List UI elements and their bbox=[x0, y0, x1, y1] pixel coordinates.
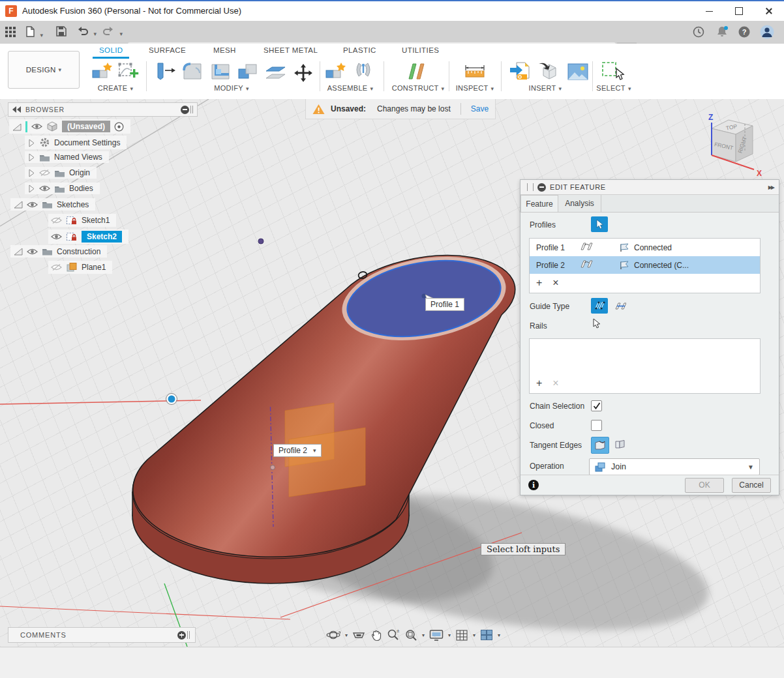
expander-collapsed-icon[interactable] bbox=[27, 138, 35, 147]
remove-profile-button[interactable]: × bbox=[552, 277, 558, 289]
selected-base-point[interactable] bbox=[168, 395, 176, 404]
visibility-eye-icon[interactable] bbox=[27, 201, 38, 209]
tree-label[interactable]: Plane1 bbox=[82, 263, 106, 272]
remove-rail-button[interactable]: × bbox=[552, 377, 558, 389]
sketch-point[interactable] bbox=[258, 239, 264, 244]
viewports-icon[interactable] bbox=[480, 629, 493, 641]
tree-label[interactable]: Bodies bbox=[69, 184, 93, 193]
rails-select-cursor-icon[interactable] bbox=[592, 318, 601, 331]
comments-drag-handle[interactable] bbox=[187, 631, 188, 639]
tree-label-unsaved[interactable]: (Unsaved) bbox=[62, 121, 110, 132]
group-inspect-label[interactable]: INSPECT bbox=[451, 84, 498, 92]
look-at-icon[interactable] bbox=[352, 629, 365, 641]
tree-label[interactable]: Origin bbox=[69, 168, 90, 177]
group-insert-label[interactable]: INSERT bbox=[522, 84, 569, 92]
grid-settings-icon[interactable] bbox=[455, 629, 468, 641]
tree-row-sketches[interactable]: Sketches bbox=[10, 198, 95, 211]
browser-drag-handle2[interactable] bbox=[192, 106, 193, 113]
tree-row-origin[interactable]: Origin bbox=[25, 167, 97, 179]
cancel-button[interactable]: Cancel bbox=[732, 478, 771, 493]
create-form-icon[interactable] bbox=[91, 61, 113, 85]
dialog-tab-feature[interactable]: Feature bbox=[520, 195, 558, 212]
tree-label[interactable]: Sketches bbox=[57, 200, 89, 209]
insert-svg-icon[interactable] bbox=[509, 61, 532, 85]
viewports-caret[interactable]: ▾ bbox=[498, 632, 500, 638]
guide-type-rails-button[interactable] bbox=[591, 298, 608, 314]
group-select-label[interactable]: SELECT bbox=[591, 84, 637, 92]
visibility-eye-icon[interactable] bbox=[27, 248, 38, 256]
construct-plane-icon[interactable] bbox=[404, 61, 428, 85]
dialog-collapse-icon[interactable] bbox=[537, 183, 546, 192]
expander-collapsed-icon[interactable] bbox=[27, 153, 35, 162]
tab-surface[interactable]: SURFACE bbox=[149, 46, 186, 54]
visibility-eye-icon[interactable] bbox=[39, 184, 50, 192]
operation-caret-icon[interactable]: ▼ bbox=[747, 464, 754, 471]
tree-row-plane1[interactable]: Plane1 bbox=[48, 261, 112, 274]
undo-icon[interactable] bbox=[77, 26, 97, 38]
combine-icon[interactable] bbox=[236, 61, 261, 85]
press-pull-icon[interactable] bbox=[154, 61, 179, 85]
fit-icon[interactable] bbox=[404, 628, 417, 641]
closed-checkbox[interactable] bbox=[591, 420, 602, 431]
notification-bell-icon[interactable] bbox=[716, 25, 729, 41]
user-avatar[interactable] bbox=[760, 25, 774, 42]
tab-sheet-metal[interactable]: SHEET METAL bbox=[264, 46, 318, 54]
dialog-tab-analysis[interactable]: Analysis bbox=[558, 195, 601, 212]
add-rail-button[interactable]: + bbox=[536, 377, 542, 389]
select-icon[interactable] bbox=[601, 61, 627, 85]
operation-dropdown[interactable]: Join ▼ bbox=[589, 458, 760, 475]
browser-drag-handle[interactable] bbox=[190, 106, 191, 113]
fillet-icon[interactable] bbox=[181, 61, 206, 85]
profile-flip-icon[interactable] bbox=[579, 241, 596, 254]
tree-label-sketch2-selected[interactable]: Sketch2 bbox=[82, 231, 122, 243]
tab-mesh[interactable]: MESH bbox=[213, 46, 236, 54]
expander-expanded-icon[interactable] bbox=[12, 122, 22, 132]
create-sketch-icon[interactable] bbox=[117, 61, 140, 85]
measure-icon[interactable] bbox=[463, 61, 487, 85]
move-icon[interactable] bbox=[292, 63, 314, 85]
clock-icon[interactable] bbox=[693, 26, 704, 40]
tangent-sharp-button[interactable] bbox=[612, 437, 629, 452]
viewcube[interactable]: TOP FRONT RIGHT Z X bbox=[697, 110, 767, 183]
save-link[interactable]: Save bbox=[471, 104, 489, 113]
browser-header[interactable]: BROWSER bbox=[8, 102, 198, 117]
minimize-button[interactable] bbox=[694, 1, 724, 21]
profile2-origin-point[interactable] bbox=[271, 465, 275, 470]
tab-plastic[interactable]: PLASTIC bbox=[343, 46, 376, 54]
dialog-drag-handle2[interactable] bbox=[533, 183, 534, 191]
close-button[interactable] bbox=[754, 1, 784, 21]
group-construct-label[interactable]: CONSTRUCT bbox=[390, 84, 446, 92]
browser-collapse-icon[interactable] bbox=[181, 106, 189, 114]
dialog-dock-icon[interactable]: ▶▶ bbox=[768, 184, 774, 190]
expander-collapsed-icon[interactable] bbox=[27, 184, 35, 193]
activate-target-icon[interactable] bbox=[114, 122, 124, 132]
tree-row-sketch1[interactable]: Sketch1 bbox=[48, 214, 116, 227]
grid-caret[interactable]: ▾ bbox=[473, 632, 475, 638]
redo-icon[interactable] bbox=[103, 26, 123, 38]
visibility-eye-icon[interactable] bbox=[31, 123, 42, 130]
expander-expanded-icon[interactable] bbox=[13, 199, 23, 209]
group-assemble-label[interactable]: ASSEMBLE bbox=[322, 84, 378, 92]
display-settings-icon[interactable] bbox=[429, 629, 444, 641]
visibility-eye-icon[interactable] bbox=[51, 233, 62, 241]
pan-hand-icon[interactable] bbox=[370, 629, 382, 641]
add-profile-button[interactable]: + bbox=[536, 277, 542, 289]
group-create-label[interactable]: CREATE bbox=[90, 84, 141, 92]
expander-expanded-icon[interactable] bbox=[13, 246, 23, 256]
profile-flip-icon[interactable] bbox=[579, 259, 596, 271]
info-icon[interactable]: i bbox=[528, 480, 539, 490]
fit-caret[interactable]: ▾ bbox=[422, 632, 425, 638]
profile-row-2[interactable]: Profile 2 Connected (C... bbox=[530, 256, 760, 274]
comments-drag-handle2[interactable] bbox=[189, 631, 190, 639]
insert-mesh-icon[interactable] bbox=[537, 61, 561, 85]
expander-collapsed-icon[interactable] bbox=[27, 168, 35, 177]
profiles-select-button[interactable] bbox=[591, 216, 608, 232]
offset-face-icon[interactable] bbox=[264, 61, 288, 85]
help-icon[interactable]: ? bbox=[738, 26, 750, 40]
tree-label[interactable]: Sketch1 bbox=[82, 216, 110, 225]
visibility-off-icon[interactable] bbox=[51, 216, 62, 224]
orbit-icon[interactable] bbox=[326, 628, 340, 641]
profile2-dropdown-caret[interactable]: ▾ bbox=[313, 447, 316, 454]
tangent-smooth-button[interactable] bbox=[591, 437, 609, 454]
comments-bar[interactable]: COMMENTS bbox=[8, 627, 196, 643]
